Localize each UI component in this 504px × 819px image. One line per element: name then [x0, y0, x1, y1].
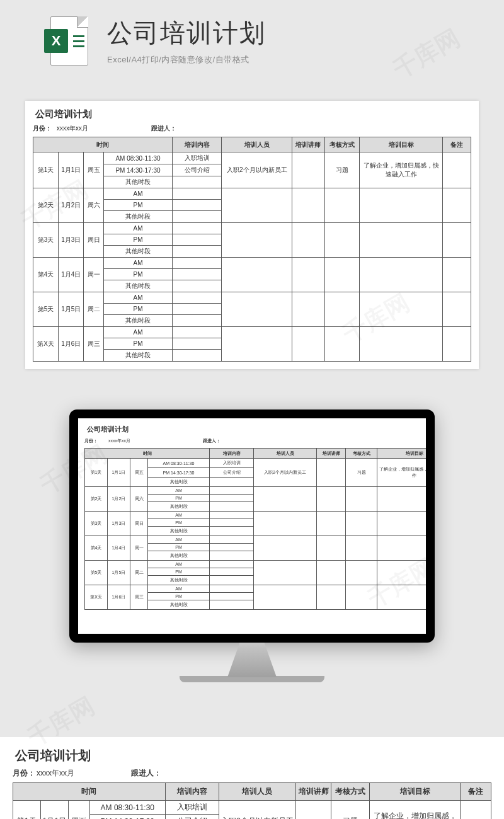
page-title: 公司培训计划: [107, 16, 266, 50]
col-time: 时间: [85, 449, 210, 459]
col-assessment: 考核方式: [324, 137, 360, 152]
col-note: 备注: [443, 137, 471, 152]
col-goal: 培训目标: [360, 137, 443, 152]
month-label: 月份：: [13, 768, 37, 779]
col-note: 备注: [461, 783, 491, 801]
table-row: 第1天 1月1日 周五 AM 08:30-11:30 入职培训 入职2个月以内新…: [85, 459, 427, 468]
month-label: 月份：: [33, 124, 57, 133]
col-people: 培训人员: [219, 783, 295, 801]
preview-flat: 公司培训计划 月份： xxxx年xx月 跟进人： 时间 培训内容 培训人员 培训…: [25, 101, 479, 369]
table-row: 第2天 1月2日 周六 AM: [85, 487, 427, 495]
col-assessment: 考核方式: [331, 783, 370, 801]
sheet-title: 公司培训计划: [84, 423, 420, 438]
table-row: 第1天 1月1日 周五 AM 08:30-11:30 入职培训 入职2个月以内新…: [33, 152, 471, 164]
table-row: 第1天 1月1日 周五 AM 08:30-11:30 入职培训 入职2个月以内新…: [13, 801, 491, 815]
month-value: xxxx年xx月: [37, 768, 131, 779]
preview-bottom-crop: 公司培训计划 月份： xxxx年xx月 跟进人： 时间 培训内容 培训人员 培训…: [0, 737, 504, 819]
training-table: 时间 培训内容 培训人员 培训讲师 考核方式 培训目标 备注 第1天 1月1日 …: [13, 782, 491, 819]
table-row: 第2天 1月2日 周六 AM: [33, 188, 471, 200]
table-row: 第3天 1月3日 周日 AM: [85, 512, 427, 519]
table-row: 第4天 1月4日 周一 AM: [33, 258, 471, 269]
sheet-title: 公司培训计划: [13, 746, 491, 768]
sheet-title: 公司培训计划: [33, 107, 471, 124]
month-label: 月份：: [84, 438, 108, 444]
training-table: 时间 培训内容 培训人员 培训讲师 考核方式 培训目标 备注 第1天 1月1日 …: [84, 448, 426, 610]
training-table: 时间 培训内容 培训人员 培训讲师 考核方式 培训目标 备注 第1天 1月1日 …: [33, 137, 471, 362]
table-row: 第5天 1月5日 周二 AM: [85, 561, 427, 568]
col-goal: 培训目标: [377, 449, 427, 459]
col-content: 培训内容: [173, 137, 222, 152]
page-subtitle: Excel/A4打印/内容随意修改/自带格式: [107, 54, 266, 66]
col-instructor: 培训讲师: [296, 783, 331, 801]
col-instructor: 培训讲师: [317, 449, 346, 459]
col-assessment: 考核方式: [346, 449, 377, 459]
month-value: xxxx年xx月: [108, 438, 203, 444]
excel-icon: X: [44, 16, 88, 66]
col-instructor: 培训讲师: [292, 137, 324, 152]
table-row: 第X天 1月6日 周三 AM: [85, 585, 427, 593]
col-people: 培训人员: [222, 137, 292, 152]
col-people: 培训人员: [254, 449, 317, 459]
follower-label: 跟进人：: [151, 124, 176, 133]
follower-label: 跟进人：: [131, 768, 161, 779]
table-row: 第3天 1月3日 周日 AM: [33, 223, 471, 234]
col-goal: 培训目标: [370, 783, 461, 801]
col-content: 培训内容: [165, 783, 219, 801]
col-time: 时间: [13, 783, 166, 801]
page-header: X 公司培训计划 Excel/A4打印/内容随意修改/自带格式: [0, 16, 504, 66]
preview-monitor: 公司培训计划 月份： xxxx年xx月 跟进人： 时间 培训内容 培训人员 培训…: [69, 410, 435, 682]
table-row: 第5天 1月5日 周二 AM: [33, 292, 471, 304]
month-value: xxxx年xx月: [57, 124, 151, 133]
follower-label: 跟进人：: [203, 438, 220, 444]
table-row: 第X天 1月6日 周三 AM: [33, 327, 471, 338]
table-row: 第4天 1月4日 周一 AM: [85, 536, 427, 544]
col-time: 时间: [33, 137, 173, 152]
col-content: 培训内容: [210, 449, 254, 459]
